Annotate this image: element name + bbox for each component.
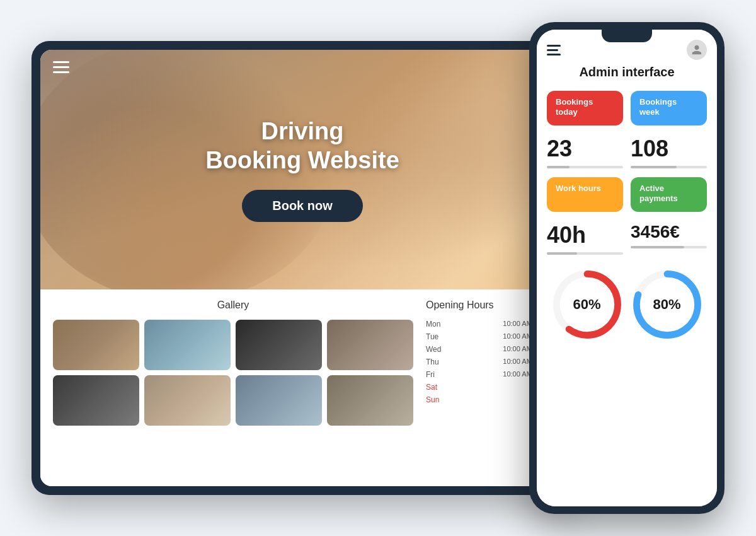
stats-grid: Bookingstoday Bookingsweek: [547, 91, 707, 125]
stat-card-active-payments: Activepayments: [631, 177, 707, 212]
gallery-item[interactable]: [53, 375, 139, 426]
stat-label-bookings-week: Bookingsweek: [639, 97, 698, 117]
hero-title: Driving Booking Website: [205, 117, 399, 175]
book-now-button[interactable]: Book now: [242, 190, 363, 222]
gallery-item[interactable]: [236, 320, 322, 370]
hero-text: Driving Booking Website Book now: [205, 117, 399, 222]
tablet-bottom: Gallery Opening Hours: [40, 289, 564, 486]
stat-bar-fill: [631, 246, 684, 248]
gallery-item[interactable]: [236, 375, 322, 426]
tablet-device: Driving Booking Website Book now Gallery: [32, 41, 573, 495]
stat-bar-fill: [631, 166, 677, 168]
stats-grid-2: Work hours Activepayments: [547, 177, 707, 212]
stat-card-work-hours: Work hours: [547, 177, 623, 212]
gallery-item[interactable]: [53, 320, 139, 370]
donut-label-2: 80%: [633, 270, 702, 339]
gallery-section: Gallery: [53, 300, 426, 476]
stat-bar-bookings-week: [631, 166, 707, 168]
tablet-menu-icon[interactable]: [53, 61, 69, 73]
gallery-title: Gallery: [53, 300, 413, 311]
stat-bar-fill: [547, 166, 570, 168]
phone-notch: [602, 30, 652, 42]
stat-bar-bookings-today: [547, 166, 623, 168]
charts-row: 60% 80%: [547, 265, 707, 339]
donut-chart-1: 60%: [553, 270, 622, 339]
scene: Driving Booking Website Book now Gallery: [32, 22, 724, 514]
stat-value-bookings-today: 23: [547, 136, 623, 168]
page-title: Admin interface: [547, 65, 707, 79]
gallery-item[interactable]: [144, 320, 231, 370]
stat-bar-work-hours: [547, 252, 623, 255]
tablet-hero: Driving Booking Website Book now: [40, 50, 564, 289]
gallery-item[interactable]: [327, 375, 413, 426]
phone-menu-icon[interactable]: [547, 45, 561, 55]
stat-label-active-payments: Activepayments: [639, 184, 698, 203]
stat-label-work-hours: Work hours: [556, 184, 614, 194]
stat-bar-fill: [547, 252, 577, 255]
stat-label-bookings-today: Bookingstoday: [556, 97, 614, 117]
stat-bar-active-payments: [631, 246, 707, 248]
stat-value-bookings-week: 108: [631, 136, 707, 168]
donut-label-1: 60%: [553, 270, 622, 339]
gallery-grid: [53, 320, 413, 426]
avatar[interactable]: [687, 40, 707, 60]
gallery-item[interactable]: [144, 375, 231, 426]
stat-card-bookings-week: Bookingsweek: [631, 91, 707, 125]
gallery-item[interactable]: [327, 320, 413, 370]
stat-card-bookings-today: Bookingstoday: [547, 91, 623, 125]
phone-screen: Admin interface Bookingstoday Bookingswe…: [537, 30, 717, 506]
donut-chart-2: 80%: [633, 270, 702, 339]
stat-value-active-payments: 3456€: [631, 222, 707, 255]
phone-content: Admin interface Bookingstoday Bookingswe…: [537, 65, 717, 506]
phone-device: Admin interface Bookingstoday Bookingswe…: [529, 22, 724, 514]
stat-value-work-hours: 40h: [547, 222, 623, 255]
tablet-screen: Driving Booking Website Book now Gallery: [40, 50, 564, 486]
